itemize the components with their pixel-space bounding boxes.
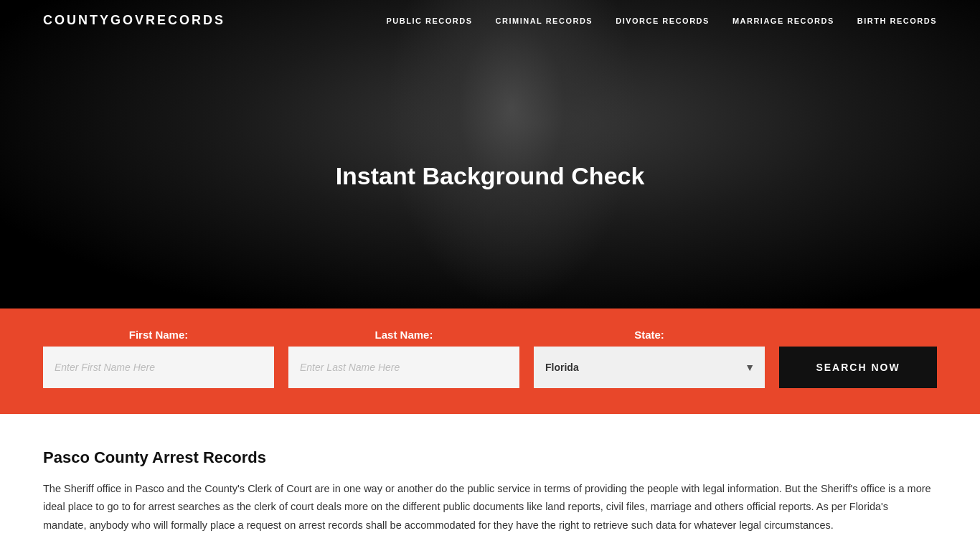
state-label: State: <box>534 329 765 341</box>
last-name-field: Last Name: <box>288 329 519 388</box>
site-header: COUNTYGOVRECORDS PUBLIC RECORDS CRIMINAL… <box>0 0 980 41</box>
nav-divorce-records[interactable]: DIVORCE RECORDS <box>616 17 710 25</box>
hero-section: COUNTYGOVRECORDS PUBLIC RECORDS CRIMINAL… <box>0 0 980 309</box>
hero-content: Instant Background Check <box>336 162 645 190</box>
content-title: Pasco County Arrest Records <box>43 448 937 467</box>
search-bar: First Name: Last Name: State: AlabamaAla… <box>0 309 980 414</box>
state-field: State: AlabamaAlaskaArizonaArkansasCalif… <box>534 329 765 388</box>
main-content: Pasco County Arrest Records The Sheriff … <box>0 414 980 551</box>
nav-birth-records[interactable]: BIRTH RECORDS <box>857 17 937 25</box>
first-name-field: First Name: <box>43 329 274 388</box>
first-name-label: First Name: <box>43 329 274 341</box>
hero-person-image <box>386 0 637 309</box>
last-name-input[interactable] <box>288 347 519 388</box>
search-now-button[interactable]: SEARCH NOW <box>779 347 937 388</box>
nav-criminal-records[interactable]: CRIMINAL RECORDS <box>496 17 593 25</box>
content-body: The Sheriff office in Pasco and the Coun… <box>43 480 933 534</box>
state-select-wrapper: AlabamaAlaskaArizonaArkansasCaliforniaCo… <box>534 347 765 388</box>
nav-marriage-records[interactable]: MARRIAGE RECORDS <box>732 17 834 25</box>
last-name-label: Last Name: <box>288 329 519 341</box>
site-logo[interactable]: COUNTYGOVRECORDS <box>43 13 225 28</box>
state-select[interactable]: AlabamaAlaskaArizonaArkansasCaliforniaCo… <box>534 347 765 388</box>
nav-public-records[interactable]: PUBLIC RECORDS <box>387 17 473 25</box>
main-nav: PUBLIC RECORDS CRIMINAL RECORDS DIVORCE … <box>387 17 937 25</box>
first-name-input[interactable] <box>43 347 274 388</box>
hero-title: Instant Background Check <box>336 162 645 190</box>
